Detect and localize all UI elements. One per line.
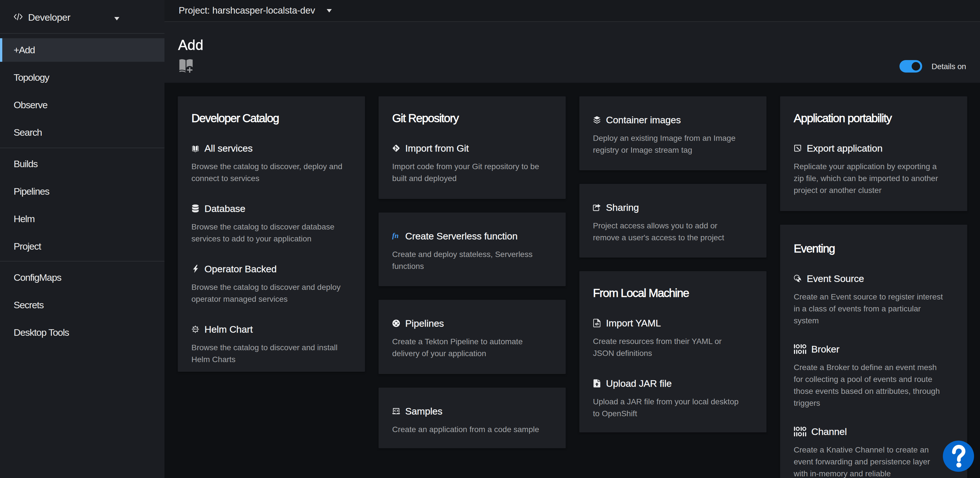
svg-text:fn: fn xyxy=(392,232,399,240)
svg-text:HELM: HELM xyxy=(192,328,198,330)
